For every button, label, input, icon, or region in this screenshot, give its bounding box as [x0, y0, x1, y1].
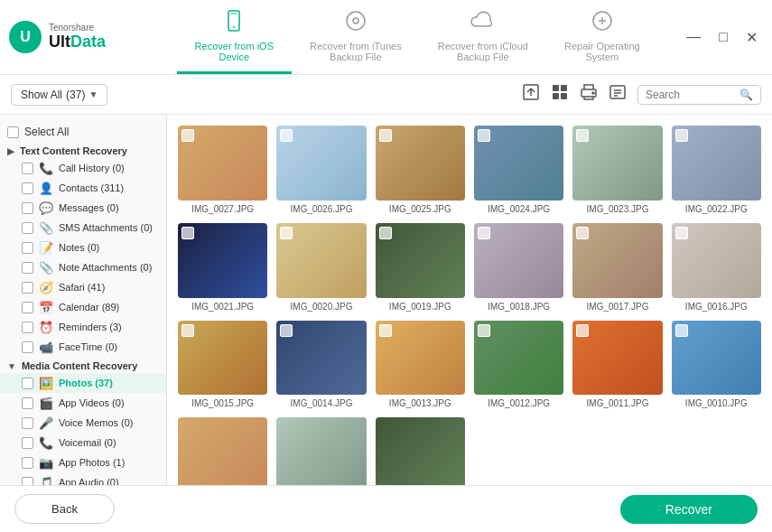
photo-item-img12[interactable]: IMG_0012.JPG [474, 321, 563, 409]
photo-item-img17[interactable]: IMG_0017.JPG [572, 223, 662, 312]
sidebar-item-sms-attachments[interactable]: 📎 SMS Attachments (0) [0, 218, 166, 238]
sms-checkbox[interactable] [22, 222, 33, 234]
voicemail-checkbox[interactable] [22, 437, 33, 449]
photo-item-img18[interactable]: IMG_0018.JPG [474, 223, 563, 312]
photo-item-img16[interactable]: IMG_0016.JPG [672, 223, 761, 312]
photos-checkbox[interactable] [22, 378, 33, 389]
photo-checkbox-img25[interactable] [379, 129, 392, 142]
photo-thumb-img13 [376, 321, 465, 396]
photo-item-img26[interactable]: IMG_0026.JPG [276, 126, 366, 214]
photo-checkbox-img24[interactable] [478, 129, 490, 142]
photo-checkbox-img15[interactable] [181, 324, 194, 337]
app-videos-checkbox[interactable] [22, 397, 33, 409]
photo-checkbox-img23[interactable] [576, 129, 589, 142]
photo-item-img27[interactable]: IMG_0027.JPG [178, 126, 267, 214]
sidebar-item-safari[interactable]: 🧭 Safari (41) [0, 277, 166, 297]
notes-checkbox[interactable] [22, 242, 33, 254]
sms-label: SMS Attachments (0) [59, 222, 159, 233]
photo-item-img15[interactable]: IMG_0015.JPG [178, 321, 267, 409]
photo-item-img20[interactable]: IMG_0020.JPG [276, 223, 366, 312]
photo-checkbox-img19[interactable] [379, 227, 392, 239]
sidebar-item-photos[interactable]: 🖼️ Photos (37) [0, 373, 166, 393]
sidebar-item-notes[interactable]: 📝 Notes (0) [0, 238, 166, 257]
sidebar-item-calendar[interactable]: 📅 Calendar (89) [0, 297, 166, 317]
photo-label-img21: IMG_0021.JPG [191, 302, 254, 312]
show-all-button[interactable]: Show All (37) ▼ [11, 84, 107, 106]
photo-checkbox-img11[interactable] [576, 324, 589, 337]
tab-icloud-label: Recover from iCloud Backup File [438, 41, 528, 62]
photo-checkbox-img13[interactable] [379, 324, 392, 337]
reminders-checkbox[interactable] [22, 322, 33, 333]
messages-checkbox[interactable] [22, 202, 33, 214]
photo-thumb-img17 [572, 223, 662, 298]
facetime-checkbox[interactable] [22, 341, 33, 353]
photo-checkbox-img12[interactable] [478, 324, 490, 337]
photo-checkbox-img20[interactable] [280, 227, 293, 239]
export-icon[interactable] [520, 81, 542, 107]
photo-checkbox-img26[interactable] [280, 129, 293, 142]
photo-item-img10[interactable]: IMG_0010.JPG [672, 321, 761, 409]
photo-item-partial3[interactable] [376, 417, 465, 485]
info-icon[interactable] [607, 81, 628, 107]
svg-point-6 [353, 18, 358, 23]
back-button[interactable]: Back [14, 494, 115, 524]
photo-item-img24[interactable]: IMG_0024.JPG [474, 126, 563, 214]
tab-icloud[interactable]: Recover from iCloud Backup File [420, 1, 546, 74]
sidebar-item-facetime[interactable]: 📹 FaceTime (0) [0, 337, 166, 357]
voice-memos-checkbox[interactable] [22, 417, 33, 429]
print-icon[interactable] [578, 81, 600, 107]
sidebar-item-voice-memos[interactable]: 🎤 Voice Memos (0) [0, 413, 166, 433]
text-content-recovery-header[interactable]: ▶ Text Content Recovery [0, 142, 166, 158]
note-attach-checkbox[interactable] [22, 262, 33, 274]
sidebar-item-contacts[interactable]: 👤 Contacts (311) [0, 178, 166, 198]
photo-thumb-img27 [178, 126, 267, 201]
search-input[interactable] [646, 89, 736, 101]
tab-itunes[interactable]: Recover from iTunes Backup File [292, 1, 420, 74]
recover-button[interactable]: Recover [620, 495, 758, 524]
calendar-checkbox[interactable] [22, 302, 33, 313]
sidebar-item-app-videos[interactable]: 🎬 App Videos (0) [0, 393, 166, 413]
search-box[interactable]: 🔍 [637, 85, 761, 105]
select-all[interactable]: Select All [0, 122, 166, 142]
contacts-checkbox[interactable] [22, 182, 33, 194]
tab-ios[interactable]: Recover from iOSDevice [177, 1, 292, 74]
sidebar-item-app-photos[interactable]: 📷 App Photos (1) [0, 453, 166, 472]
safari-checkbox[interactable] [22, 282, 33, 294]
photo-checkbox-img14[interactable] [280, 324, 293, 337]
close-button[interactable]: ✕ [740, 27, 763, 48]
photo-item-img23[interactable]: IMG_0023.JPG [572, 126, 662, 214]
app-photos-checkbox[interactable] [22, 457, 33, 469]
sidebar-item-voicemail[interactable]: 📞 Voicemail (0) [0, 433, 166, 453]
minimize-button[interactable]: — [681, 27, 706, 47]
sidebar-item-app-audio[interactable]: 🎵 App Audio (0) [0, 472, 166, 485]
photo-checkbox-img18[interactable] [478, 227, 490, 239]
maximize-button[interactable]: □ [713, 27, 733, 47]
photo-checkbox-img21[interactable] [181, 227, 194, 239]
sidebar-item-note-attachments[interactable]: 📎 Note Attachments (0) [0, 257, 166, 277]
photo-thumb-img12 [474, 321, 563, 396]
photo-checkbox-img16[interactable] [675, 227, 688, 239]
photo-item-img25[interactable]: IMG_0025.JPG [376, 126, 465, 214]
photo-item-img22[interactable]: IMG_0022.JPG [672, 126, 761, 214]
call-history-checkbox[interactable] [22, 163, 33, 174]
photo-item-img21[interactable]: IMG_0021.JPG [178, 223, 267, 312]
grid-view-icon[interactable] [549, 81, 571, 107]
photo-label-img11: IMG_0011.JPG [587, 398, 649, 408]
photo-checkbox-img17[interactable] [576, 227, 589, 239]
photo-item-img11[interactable]: IMG_0011.JPG [572, 321, 662, 409]
sidebar-item-messages[interactable]: 💬 Messages (0) [0, 198, 166, 218]
photo-checkbox-img22[interactable] [675, 129, 688, 142]
photo-item-partial2[interactable] [276, 417, 366, 485]
sidebar-item-reminders[interactable]: ⏰ Reminders (3) [0, 317, 166, 337]
photo-checkbox-img10[interactable] [675, 324, 688, 337]
photo-item-img13[interactable]: IMG_0013.JPG [376, 321, 465, 409]
sidebar-item-call-history[interactable]: 📞 Call History (0) [0, 158, 166, 178]
media-content-recovery-header[interactable]: ▼ Media Content Recovery [0, 357, 166, 373]
select-all-checkbox[interactable] [7, 126, 19, 138]
tab-repair[interactable]: Repair Operating System [546, 1, 658, 74]
photo-checkbox-img27[interactable] [181, 129, 194, 142]
app-audio-checkbox[interactable] [22, 477, 33, 486]
photo-item-img14[interactable]: IMG_0014.JPG [276, 321, 366, 409]
photo-item-partial1[interactable] [178, 417, 267, 485]
photo-item-img19[interactable]: IMG_0019.JPG [376, 223, 465, 312]
